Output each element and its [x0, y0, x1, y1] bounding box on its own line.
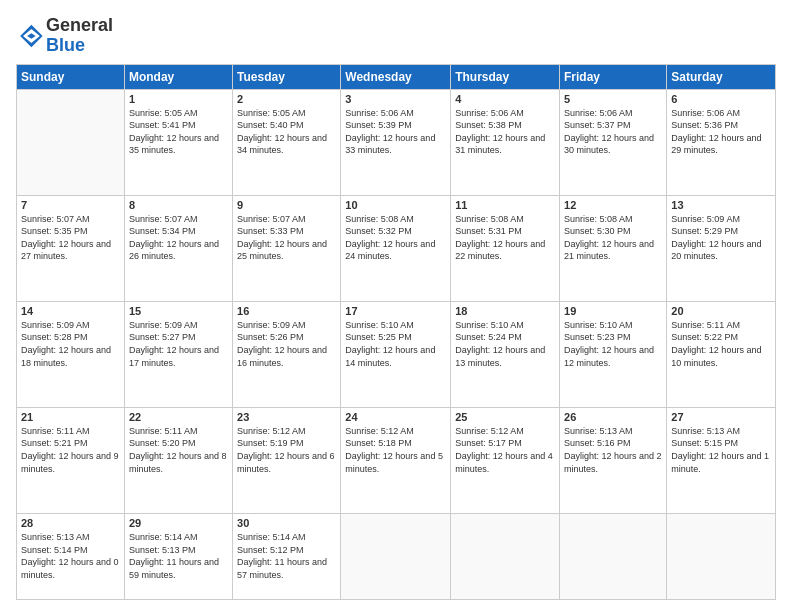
day-number: 14	[21, 305, 120, 317]
weekday-header: Saturday	[667, 64, 776, 89]
day-number: 25	[455, 411, 555, 423]
calendar-cell: 2 Sunrise: 5:05 AMSunset: 5:40 PMDayligh…	[233, 89, 341, 195]
calendar-cell	[667, 513, 776, 599]
day-number: 22	[129, 411, 228, 423]
calendar-cell: 7 Sunrise: 5:07 AMSunset: 5:35 PMDayligh…	[17, 195, 125, 301]
day-number: 29	[129, 517, 228, 529]
day-number: 27	[671, 411, 771, 423]
calendar-cell: 5 Sunrise: 5:06 AMSunset: 5:37 PMDayligh…	[560, 89, 667, 195]
cell-info: Sunrise: 5:10 AMSunset: 5:24 PMDaylight:…	[455, 319, 555, 369]
cell-info: Sunrise: 5:13 AMSunset: 5:15 PMDaylight:…	[671, 425, 771, 475]
cell-info: Sunrise: 5:08 AMSunset: 5:32 PMDaylight:…	[345, 213, 446, 263]
cell-info: Sunrise: 5:09 AMSunset: 5:27 PMDaylight:…	[129, 319, 228, 369]
cell-info: Sunrise: 5:09 AMSunset: 5:28 PMDaylight:…	[21, 319, 120, 369]
calendar-cell	[341, 513, 451, 599]
calendar-cell: 3 Sunrise: 5:06 AMSunset: 5:39 PMDayligh…	[341, 89, 451, 195]
cell-info: Sunrise: 5:14 AMSunset: 5:12 PMDaylight:…	[237, 531, 336, 581]
day-number: 12	[564, 199, 662, 211]
cell-info: Sunrise: 5:11 AMSunset: 5:20 PMDaylight:…	[129, 425, 228, 475]
cell-info: Sunrise: 5:11 AMSunset: 5:21 PMDaylight:…	[21, 425, 120, 475]
cell-info: Sunrise: 5:07 AMSunset: 5:33 PMDaylight:…	[237, 213, 336, 263]
weekday-header: Wednesday	[341, 64, 451, 89]
calendar-cell: 9 Sunrise: 5:07 AMSunset: 5:33 PMDayligh…	[233, 195, 341, 301]
cell-info: Sunrise: 5:06 AMSunset: 5:37 PMDaylight:…	[564, 107, 662, 157]
calendar-cell: 15 Sunrise: 5:09 AMSunset: 5:27 PMDaylig…	[124, 301, 232, 407]
calendar-cell: 25 Sunrise: 5:12 AMSunset: 5:17 PMDaylig…	[451, 407, 560, 513]
calendar-cell: 8 Sunrise: 5:07 AMSunset: 5:34 PMDayligh…	[124, 195, 232, 301]
day-number: 23	[237, 411, 336, 423]
cell-info: Sunrise: 5:10 AMSunset: 5:25 PMDaylight:…	[345, 319, 446, 369]
calendar-cell: 30 Sunrise: 5:14 AMSunset: 5:12 PMDaylig…	[233, 513, 341, 599]
calendar-cell: 16 Sunrise: 5:09 AMSunset: 5:26 PMDaylig…	[233, 301, 341, 407]
day-number: 28	[21, 517, 120, 529]
calendar-table: SundayMondayTuesdayWednesdayThursdayFrid…	[16, 64, 776, 600]
cell-info: Sunrise: 5:09 AMSunset: 5:26 PMDaylight:…	[237, 319, 336, 369]
calendar-cell: 18 Sunrise: 5:10 AMSunset: 5:24 PMDaylig…	[451, 301, 560, 407]
calendar-cell: 29 Sunrise: 5:14 AMSunset: 5:13 PMDaylig…	[124, 513, 232, 599]
day-number: 11	[455, 199, 555, 211]
page: General Blue SundayMondayTuesdayWednesda…	[0, 0, 792, 612]
weekday-header: Sunday	[17, 64, 125, 89]
calendar-body: 1 Sunrise: 5:05 AMSunset: 5:41 PMDayligh…	[17, 89, 776, 599]
logo: General Blue	[16, 16, 113, 56]
cell-info: Sunrise: 5:12 AMSunset: 5:19 PMDaylight:…	[237, 425, 336, 475]
day-number: 17	[345, 305, 446, 317]
header: General Blue	[16, 12, 776, 56]
day-number: 5	[564, 93, 662, 105]
calendar-cell: 1 Sunrise: 5:05 AMSunset: 5:41 PMDayligh…	[124, 89, 232, 195]
calendar-cell: 14 Sunrise: 5:09 AMSunset: 5:28 PMDaylig…	[17, 301, 125, 407]
day-number: 10	[345, 199, 446, 211]
cell-info: Sunrise: 5:07 AMSunset: 5:35 PMDaylight:…	[21, 213, 120, 263]
calendar-cell: 26 Sunrise: 5:13 AMSunset: 5:16 PMDaylig…	[560, 407, 667, 513]
cell-info: Sunrise: 5:05 AMSunset: 5:41 PMDaylight:…	[129, 107, 228, 157]
day-number: 18	[455, 305, 555, 317]
day-number: 6	[671, 93, 771, 105]
cell-info: Sunrise: 5:06 AMSunset: 5:36 PMDaylight:…	[671, 107, 771, 157]
cell-info: Sunrise: 5:06 AMSunset: 5:38 PMDaylight:…	[455, 107, 555, 157]
day-number: 4	[455, 93, 555, 105]
calendar-cell: 12 Sunrise: 5:08 AMSunset: 5:30 PMDaylig…	[560, 195, 667, 301]
calendar-cell	[17, 89, 125, 195]
calendar-cell: 11 Sunrise: 5:08 AMSunset: 5:31 PMDaylig…	[451, 195, 560, 301]
calendar-cell: 6 Sunrise: 5:06 AMSunset: 5:36 PMDayligh…	[667, 89, 776, 195]
calendar-cell: 13 Sunrise: 5:09 AMSunset: 5:29 PMDaylig…	[667, 195, 776, 301]
weekday-header: Friday	[560, 64, 667, 89]
calendar-cell: 27 Sunrise: 5:13 AMSunset: 5:15 PMDaylig…	[667, 407, 776, 513]
day-number: 7	[21, 199, 120, 211]
calendar-cell: 24 Sunrise: 5:12 AMSunset: 5:18 PMDaylig…	[341, 407, 451, 513]
day-number: 9	[237, 199, 336, 211]
cell-info: Sunrise: 5:12 AMSunset: 5:18 PMDaylight:…	[345, 425, 446, 475]
logo-icon	[16, 22, 44, 50]
calendar-cell: 19 Sunrise: 5:10 AMSunset: 5:23 PMDaylig…	[560, 301, 667, 407]
day-number: 13	[671, 199, 771, 211]
calendar-cell: 20 Sunrise: 5:11 AMSunset: 5:22 PMDaylig…	[667, 301, 776, 407]
calendar-cell	[451, 513, 560, 599]
day-number: 24	[345, 411, 446, 423]
day-number: 20	[671, 305, 771, 317]
calendar-week-row: 28 Sunrise: 5:13 AMSunset: 5:14 PMDaylig…	[17, 513, 776, 599]
cell-info: Sunrise: 5:13 AMSunset: 5:14 PMDaylight:…	[21, 531, 120, 581]
cell-info: Sunrise: 5:06 AMSunset: 5:39 PMDaylight:…	[345, 107, 446, 157]
calendar-cell: 10 Sunrise: 5:08 AMSunset: 5:32 PMDaylig…	[341, 195, 451, 301]
cell-info: Sunrise: 5:11 AMSunset: 5:22 PMDaylight:…	[671, 319, 771, 369]
cell-info: Sunrise: 5:08 AMSunset: 5:30 PMDaylight:…	[564, 213, 662, 263]
day-number: 8	[129, 199, 228, 211]
day-number: 16	[237, 305, 336, 317]
calendar-cell: 23 Sunrise: 5:12 AMSunset: 5:19 PMDaylig…	[233, 407, 341, 513]
cell-info: Sunrise: 5:10 AMSunset: 5:23 PMDaylight:…	[564, 319, 662, 369]
day-number: 2	[237, 93, 336, 105]
calendar-cell: 21 Sunrise: 5:11 AMSunset: 5:21 PMDaylig…	[17, 407, 125, 513]
calendar-cell: 28 Sunrise: 5:13 AMSunset: 5:14 PMDaylig…	[17, 513, 125, 599]
day-number: 21	[21, 411, 120, 423]
logo-text-line2: Blue	[46, 36, 113, 56]
calendar-cell: 4 Sunrise: 5:06 AMSunset: 5:38 PMDayligh…	[451, 89, 560, 195]
cell-info: Sunrise: 5:05 AMSunset: 5:40 PMDaylight:…	[237, 107, 336, 157]
calendar-week-row: 1 Sunrise: 5:05 AMSunset: 5:41 PMDayligh…	[17, 89, 776, 195]
day-number: 3	[345, 93, 446, 105]
calendar-week-row: 21 Sunrise: 5:11 AMSunset: 5:21 PMDaylig…	[17, 407, 776, 513]
cell-info: Sunrise: 5:08 AMSunset: 5:31 PMDaylight:…	[455, 213, 555, 263]
weekday-header: Monday	[124, 64, 232, 89]
day-number: 30	[237, 517, 336, 529]
day-number: 15	[129, 305, 228, 317]
calendar-cell: 17 Sunrise: 5:10 AMSunset: 5:25 PMDaylig…	[341, 301, 451, 407]
